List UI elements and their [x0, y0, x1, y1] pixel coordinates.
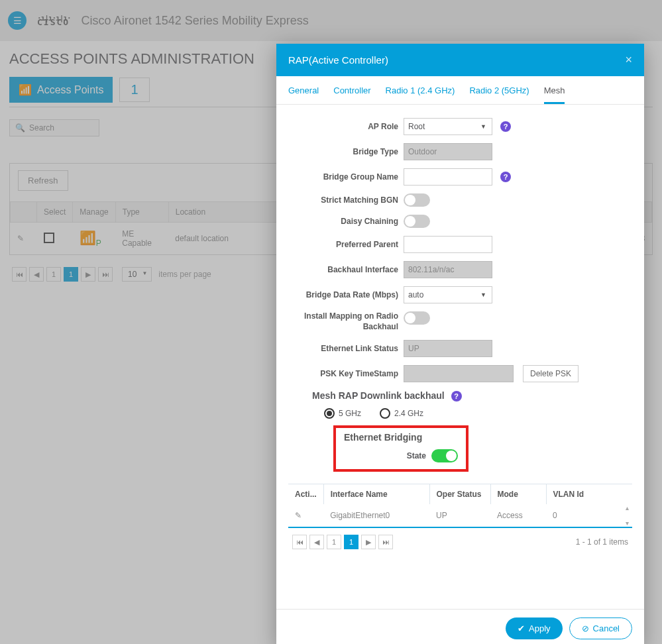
if-pager: ⏮ ◀ 1 1 ▶ ⏭ 1 - 1 of 1 items: [288, 528, 632, 556]
table-row[interactable]: ✎ GigabitEthernet0 UP Access 0: [288, 504, 632, 527]
lbl-strict-bgn: Strict Matching BGN: [288, 195, 398, 205]
tab-mesh[interactable]: Mesh: [544, 85, 565, 104]
interface-table: Acti... Interface Name Oper Status Mode …: [288, 484, 632, 527]
eth-bridge-title: Ethernet Bridging: [344, 432, 458, 443]
cell-ifname: GigabitEthernet0: [323, 504, 429, 527]
col-oper: Oper Status: [429, 484, 490, 504]
lbl-bgn: Bridge Group Name: [288, 172, 398, 182]
col-vlan: VLAN Id: [546, 484, 632, 504]
pager-last[interactable]: ⏭: [378, 535, 393, 549]
install-mapping-toggle[interactable]: [404, 311, 430, 325]
backhaul-radio-group: 5 GHz 2.4 GHz: [324, 408, 632, 419]
delete-psk-button[interactable]: Delete PSK: [523, 365, 579, 382]
ethernet-bridging-highlight: Ethernet Bridging State: [333, 425, 469, 472]
help-icon[interactable]: ?: [500, 121, 511, 132]
lbl-bridge-type: Bridge Type: [288, 147, 398, 156]
modal-tabs: General Controller Radio 1 (2.4 GHz) Rad…: [276, 76, 644, 105]
apply-button[interactable]: ✔ Apply: [506, 617, 563, 639]
pager-prev[interactable]: ◀: [309, 535, 324, 549]
cell-oper: UP: [429, 504, 490, 527]
lbl-psk-ts: PSK Key TimeStamp: [288, 369, 398, 378]
lbl-eth-status: Ethernet Link Status: [288, 344, 398, 353]
modal-body: AP Role Root ? Bridge Type Bridge Group …: [276, 105, 644, 563]
modal-title: RAP(Active Controller): [288, 54, 388, 66]
radio-icon: [380, 408, 390, 419]
modal-header: RAP(Active Controller) ×: [276, 44, 644, 76]
lbl-data-rate: Bridge Data Rate (Mbps): [288, 290, 398, 299]
lbl-pref-parent: Preferred Parent: [288, 240, 398, 249]
bridge-type-field: [404, 143, 492, 160]
pager-first[interactable]: ⏮: [292, 535, 307, 549]
pager-next[interactable]: ▶: [361, 535, 376, 549]
help-icon[interactable]: ?: [451, 391, 462, 402]
daisy-toggle[interactable]: [404, 215, 430, 228]
cancel-button[interactable]: ⊘ Cancel: [569, 617, 632, 639]
radio-icon: [324, 408, 335, 419]
strict-bgn-toggle[interactable]: [404, 193, 430, 207]
col-ifname: Interface Name: [323, 484, 429, 504]
ap-role-select[interactable]: Root: [404, 118, 492, 135]
tab-controller[interactable]: Controller: [333, 85, 370, 104]
pager-summary: 1 - 1 of 1 items: [576, 537, 628, 547]
lbl-backhaul-if: Backhaul Interface: [288, 265, 398, 274]
lbl-install-mapping: Install Mapping on Radio Backhaul: [288, 311, 398, 332]
tab-general[interactable]: General: [288, 85, 319, 104]
cancel-icon: ⊘: [582, 623, 589, 633]
eth-status-field: [404, 340, 492, 357]
cell-vlan: 0: [546, 504, 632, 527]
lbl-ap-role: AP Role: [288, 122, 398, 131]
pager-total: 1: [344, 535, 359, 549]
eth-bridge-toggle[interactable]: [431, 449, 458, 462]
cell-mode: Access: [490, 504, 546, 527]
check-icon: ✔: [518, 623, 525, 633]
scroll-down-icon: ▾: [626, 519, 629, 527]
radio-24ghz[interactable]: 2.4 GHz: [380, 408, 423, 419]
backhaul-if-field: [404, 261, 492, 278]
pref-parent-field[interactable]: [404, 236, 492, 253]
radio-5ghz[interactable]: 5 GHz: [324, 408, 361, 419]
close-icon[interactable]: ×: [625, 53, 632, 67]
tab-radio1[interactable]: Radio 1 (2.4 GHz): [386, 85, 455, 104]
edit-icon[interactable]: ✎: [295, 511, 302, 520]
psk-ts-field: [404, 365, 514, 382]
rap-modal: RAP(Active Controller) × General Control…: [276, 44, 644, 644]
lbl-state: State: [407, 451, 426, 460]
col-acti: Acti...: [288, 484, 323, 504]
tab-radio2[interactable]: Radio 2 (5GHz): [469, 85, 529, 104]
data-rate-select[interactable]: auto: [404, 286, 492, 303]
modal-footer: ✔ Apply ⊘ Cancel: [276, 609, 644, 644]
col-mode: Mode: [490, 484, 546, 504]
scroll-up-icon: ▴: [626, 504, 629, 511]
interface-table-wrap: Acti... Interface Name Oper Status Mode …: [288, 484, 632, 528]
bgn-field[interactable]: [404, 168, 492, 186]
backhaul-section-title: Mesh RAP Downlink backhaul ?: [312, 390, 632, 402]
lbl-daisy: Daisy Chaining: [288, 217, 398, 226]
help-icon[interactable]: ?: [500, 172, 511, 182]
table-scrollbar[interactable]: ▴ ▾: [622, 504, 632, 527]
pager-page-input[interactable]: 1: [327, 535, 341, 549]
